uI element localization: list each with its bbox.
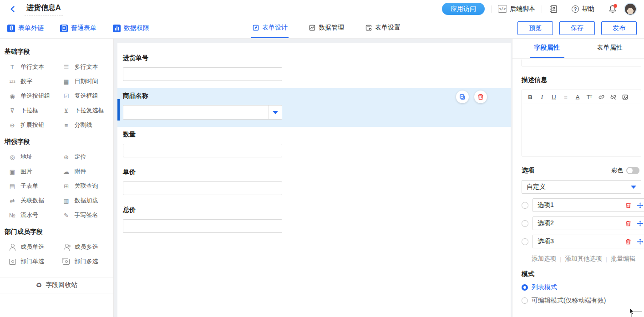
insert-link-button[interactable] <box>597 92 606 101</box>
move-option-handle[interactable] <box>636 220 644 227</box>
notification-bell-button[interactable] <box>608 4 618 14</box>
help-button[interactable]: ? 帮助 <box>572 5 594 13</box>
product-name-select[interactable] <box>123 105 282 120</box>
sidebar-item-multi-select[interactable]: ⊻下拉复选框 <box>58 103 112 118</box>
form-external-link-button[interactable]: 表单外链 <box>7 24 44 32</box>
sidebar-item-member-multi[interactable]: 成员多选 <box>58 240 112 254</box>
publish-button[interactable]: 发布 <box>601 21 637 35</box>
option-radio[interactable] <box>522 220 528 227</box>
field-total-price[interactable]: 总价 <box>123 202 505 240</box>
field-quantity[interactable]: 数量 <box>123 127 505 165</box>
member-single-icon <box>8 244 16 251</box>
purchase-order-no-input[interactable] <box>123 67 282 81</box>
sidebar-item-radio-group[interactable]: ◉单选按钮组 <box>4 89 58 103</box>
tab-form-design[interactable]: 表单设计 <box>251 18 289 38</box>
field-title-input-partial[interactable] <box>522 60 641 66</box>
sidebar-item-dept-multi[interactable]: 部门多选 <box>58 254 112 269</box>
field-purchase-order-no[interactable]: 进货单号 <box>123 50 505 88</box>
delete-option-button[interactable] <box>624 238 632 245</box>
form-canvas[interactable]: 进货单号 商品名称 数量 单价 <box>117 43 511 317</box>
tab-field-properties[interactable]: 字段属性 <box>530 39 564 58</box>
total-price-input[interactable] <box>123 219 282 233</box>
option-2-input[interactable] <box>538 220 620 227</box>
option-radio[interactable] <box>522 202 528 209</box>
delete-option-button[interactable] <box>624 220 632 227</box>
option-source-select[interactable]: 自定义 <box>522 180 641 194</box>
sidebar-item-extend-button[interactable]: ⊖扩展按钮 <box>4 118 58 132</box>
normal-form-button[interactable]: 普通表单 <box>60 24 96 32</box>
add-other-option-link[interactable]: 添加其他选项 <box>565 255 602 263</box>
back-button[interactable] <box>7 4 18 15</box>
sidebar-item-image[interactable]: ▣图片 <box>4 164 58 179</box>
tab-data-management[interactable]: 数据管理 <box>308 18 345 38</box>
mode-label: 可编辑模式(仅移动端有效) <box>532 297 606 305</box>
unlink-icon <box>610 94 617 101</box>
data-permission-label: 数据权限 <box>124 24 149 32</box>
item-label: 日期时间 <box>75 77 98 86</box>
add-option-link[interactable]: 添加选项 <box>532 255 556 263</box>
font-color-button[interactable]: A <box>573 92 582 101</box>
page-title[interactable]: 进货信息A <box>25 2 63 15</box>
mode-list-radio[interactable]: 列表模式 <box>522 283 641 292</box>
batch-edit-link[interactable]: 批量编辑 <box>611 255 635 263</box>
item-label: 流水号 <box>20 211 38 219</box>
sidebar-item-checkbox-group[interactable]: ☑复选框组 <box>58 89 112 103</box>
option-input-wrap <box>532 198 644 212</box>
unit-price-input[interactable] <box>123 181 282 195</box>
sidebar-item-dept-single[interactable]: 部门单选 <box>4 254 58 269</box>
avatar[interactable] <box>624 3 637 15</box>
delete-option-button[interactable] <box>624 201 632 209</box>
field-recycle-bin-button[interactable]: ♻ 字段回收站 <box>0 277 113 293</box>
tab-form-settings[interactable]: 表单设置 <box>364 18 401 38</box>
sidebar-item-location[interactable]: ⊕定位 <box>58 150 112 164</box>
trash-icon <box>625 202 632 209</box>
delete-field-button[interactable] <box>474 91 487 103</box>
move-option-handle[interactable] <box>636 238 644 245</box>
description-editor-body[interactable] <box>522 104 641 156</box>
sidebar-item-address[interactable]: ◎地址 <box>4 150 58 164</box>
underline-button[interactable]: U <box>549 92 558 101</box>
remove-link-button[interactable] <box>609 92 618 101</box>
sidebar-item-number[interactable]: 123数字 <box>4 74 58 89</box>
quantity-input[interactable] <box>123 144 282 157</box>
italic-button[interactable]: I <box>538 92 547 101</box>
contacts-button[interactable] <box>548 4 558 14</box>
option-3-input[interactable] <box>538 238 620 245</box>
move-option-handle[interactable] <box>636 201 644 209</box>
mode-editable-radio[interactable]: 可编辑模式(仅移动端有效) <box>522 297 641 305</box>
field-unit-price[interactable]: 单价 <box>123 165 505 202</box>
app-access-button[interactable]: 应用访问 <box>442 3 485 15</box>
tab-form-properties[interactable]: 表单属性 <box>593 39 627 58</box>
sidebar-item-member-single[interactable]: 成员单选 <box>4 240 58 254</box>
signature-icon: ✎ <box>62 212 71 219</box>
color-toggle[interactable] <box>626 167 639 174</box>
insert-image-button[interactable] <box>620 92 629 101</box>
font-size-button[interactable]: TT <box>585 92 594 101</box>
backend-script-button[interactable]: </> 后端脚本 <box>498 5 535 13</box>
sidebar-item-linked-query[interactable]: ⊞关联查询 <box>58 179 112 193</box>
sidebar-item-multi-line-text[interactable]: ☰多行文本 <box>58 60 112 74</box>
align-button[interactable]: ≡ <box>561 92 570 101</box>
option-1-input[interactable] <box>538 201 620 209</box>
save-button[interactable]: 保存 <box>559 21 595 35</box>
option-radio[interactable] <box>522 238 528 245</box>
contacts-icon <box>548 4 558 14</box>
sidebar-item-data-load[interactable]: ▥数据加载 <box>58 193 112 208</box>
sidebar-item-datetime[interactable]: ▦日期时间 <box>58 74 112 89</box>
sidebar-item-divider[interactable]: ≡分割线 <box>58 118 112 132</box>
bold-button[interactable]: B <box>526 92 535 101</box>
item-label: 定位 <box>75 153 86 161</box>
field-product-name-selected[interactable]: 商品名称 <box>117 88 511 127</box>
sidebar-item-single-line-text[interactable]: T单行文本 <box>4 60 58 74</box>
sidebar-item-linked-data[interactable]: ⇄关联数据 <box>4 193 58 208</box>
data-permission-button[interactable]: 数据权限 <box>113 24 149 32</box>
properties-tabs: 字段属性 表单属性 <box>512 39 644 59</box>
sidebar-item-attachment[interactable]: ☁附件 <box>58 164 112 179</box>
sidebar-item-signature[interactable]: ✎手写签名 <box>58 208 112 222</box>
sidebar-item-subform[interactable]: ▤子表单 <box>4 179 58 193</box>
sidebar-item-select[interactable]: ⊽下拉框 <box>4 103 58 118</box>
preview-button[interactable]: 预览 <box>517 21 553 35</box>
sidebar-item-serial-number[interactable]: №流水号 <box>4 208 58 222</box>
duplicate-field-button[interactable] <box>456 91 469 103</box>
multi-select-icon: ⊻ <box>62 107 71 114</box>
